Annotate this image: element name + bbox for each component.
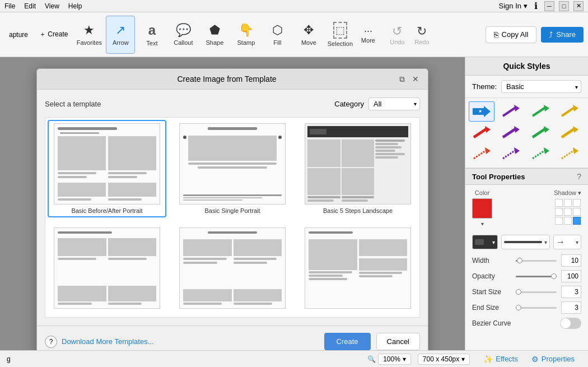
zoom-arrow: ▾ <box>403 355 406 363</box>
shadow-cell-2[interactable] <box>564 199 572 207</box>
template-item-5[interactable] <box>173 224 292 315</box>
download-templates-link[interactable]: Download More Templates... <box>62 337 154 346</box>
svg-marker-10 <box>485 126 491 133</box>
style-swatch-9[interactable] <box>469 144 494 164</box>
canvas-area[interactable]: Create Image from Template ⧉ ✕ Select a … <box>0 57 465 350</box>
opacity-slider[interactable] <box>516 276 557 277</box>
shadow-cell-1[interactable] <box>555 199 563 207</box>
tool-properties-help-icon[interactable]: ? <box>577 172 581 181</box>
tool-move[interactable]: ✥ Move <box>294 16 323 54</box>
style-swatch-11[interactable] <box>528 144 553 164</box>
style-swatch-6[interactable] <box>498 123 524 143</box>
width-slider[interactable] <box>516 260 557 262</box>
template-item-3[interactable]: Basic 5 Steps Landscape <box>298 120 417 217</box>
start-size-value[interactable]: 3 <box>561 286 581 298</box>
tool-properties-title: Tool Properties <box>472 173 525 181</box>
color-swatch[interactable] <box>472 198 492 219</box>
minimize-button[interactable]: ─ <box>544 1 554 11</box>
style-swatch-5[interactable] <box>469 123 494 143</box>
effects-icon: ✨ <box>483 355 493 364</box>
undo-button[interactable]: ↺ Undo <box>386 16 408 54</box>
svg-marker-20 <box>514 147 520 154</box>
menu-file[interactable]: File <box>4 2 15 10</box>
svg-marker-4 <box>514 105 520 112</box>
quick-styles-tab[interactable]: Quick Styles <box>465 57 588 76</box>
dimensions-control[interactable]: 700 x 450px ▾ <box>418 354 470 365</box>
capture-button[interactable]: apture <box>4 29 32 41</box>
end-size-slider[interactable] <box>516 307 557 309</box>
width-value[interactable]: 10 <box>561 254 581 267</box>
style-swatch-3[interactable] <box>528 101 553 122</box>
zoom-control[interactable]: 100% ▾ <box>378 354 411 365</box>
svg-line-7 <box>562 107 575 116</box>
bezier-label: Bezier Curve <box>472 319 511 327</box>
shadow-cell-6[interactable] <box>573 208 581 216</box>
info-icon[interactable]: ℹ <box>534 1 538 11</box>
line-cap-select[interactable]: ▾ <box>472 235 498 249</box>
template-thumb-6 <box>305 227 411 309</box>
fill-icon: ⬡ <box>272 23 283 38</box>
shadow-cell-5[interactable] <box>564 208 572 216</box>
style-swatch-1[interactable]: ★ <box>469 101 494 122</box>
shadow-cell-9[interactable] <box>573 217 581 225</box>
end-size-value[interactable]: 3 <box>561 301 581 314</box>
tool-stamp[interactable]: 👇 Stamp <box>231 16 260 54</box>
more-button[interactable]: ··· More <box>357 16 379 54</box>
template-item-2[interactable]: Basic Single Portrait <box>173 120 292 217</box>
style-swatch-7[interactable] <box>528 123 553 143</box>
bezier-toggle[interactable] <box>560 318 581 329</box>
cancel-button[interactable]: Cancel <box>376 333 420 350</box>
close-button[interactable]: ✕ <box>573 1 584 11</box>
modal-overlay: Create Image from Template ⧉ ✕ Select a … <box>0 57 465 350</box>
more-icon: ··· <box>364 25 372 37</box>
modal-close-button[interactable]: ✕ <box>410 73 421 85</box>
redo-icon: ↻ <box>417 24 427 39</box>
theme-select[interactable]: Basic Modern Classic <box>501 80 581 93</box>
tool-shape[interactable]: ⬟ Shape <box>200 16 229 54</box>
shadow-cell-7[interactable] <box>555 217 563 225</box>
maximize-button[interactable]: □ <box>559 1 569 11</box>
menu-view[interactable]: View <box>45 2 59 10</box>
tool-callout[interactable]: 💬 Callout <box>169 16 198 54</box>
template-item-4[interactable] <box>48 224 166 315</box>
modal-restore-button[interactable]: ⧉ <box>396 73 408 85</box>
tool-fill[interactable]: ⬡ Fill <box>263 16 292 54</box>
shadow-cell-4[interactable] <box>555 208 563 216</box>
style-swatch-10[interactable] <box>498 144 524 164</box>
start-size-slider[interactable] <box>516 291 557 293</box>
copy-all-button[interactable]: ⎘ Copy All <box>486 26 537 43</box>
create-button[interactable]: Create <box>324 333 371 350</box>
modal-footer: ? Download More Templates... Create Canc… <box>37 326 428 350</box>
shadow-cell-8[interactable] <box>564 217 572 225</box>
line-color-bar[interactable]: ▾ <box>501 235 550 249</box>
status-bar: g 🔍 100% ▾ 700 x 450px ▾ ✨ Effects ⚙ Pro… <box>0 350 588 367</box>
style-swatch-12[interactable] <box>557 144 582 164</box>
create-button[interactable]: ＋ Create <box>35 27 72 41</box>
tool-arrow[interactable]: ↗ Arrow <box>106 16 135 54</box>
width-label: Width <box>472 257 511 264</box>
copy-all-label: Copy All <box>502 30 529 39</box>
tool-favorites[interactable]: ★ Favorites <box>74 16 104 54</box>
opacity-value[interactable]: 100 <box>561 270 581 282</box>
style-swatch-2[interactable] <box>498 101 524 122</box>
share-button[interactable]: ⤴ Share <box>541 27 584 43</box>
template-item-6[interactable] <box>298 224 417 315</box>
tool-selection[interactable]: ⬚ Selection <box>325 16 354 54</box>
capture-label: apture <box>9 31 28 39</box>
modal-help-button[interactable]: ? <box>45 336 57 348</box>
opacity-label: Opacity <box>472 272 511 280</box>
style-swatch-8[interactable] <box>557 123 582 143</box>
menu-edit[interactable]: Edit <box>24 2 36 10</box>
style-swatch-4[interactable] <box>557 101 582 122</box>
menu-help[interactable]: Help <box>68 2 82 10</box>
color-dropdown-icon[interactable]: ▾ <box>481 221 484 227</box>
arrow-end-select[interactable]: → ▾ <box>553 235 581 249</box>
effects-tab[interactable]: ✨ Effects <box>483 355 518 364</box>
sign-in-button[interactable]: Sign In ▾ <box>499 2 528 10</box>
properties-tab[interactable]: ⚙ Properties <box>531 355 575 364</box>
tool-text[interactable]: a Text <box>137 16 166 54</box>
shadow-cell-3[interactable] <box>573 199 581 207</box>
template-item-1[interactable]: Basic Before/After Portrait <box>48 120 166 217</box>
category-select[interactable]: All Basic Advanced <box>368 97 420 110</box>
redo-button[interactable]: ↻ Redo <box>410 16 433 54</box>
